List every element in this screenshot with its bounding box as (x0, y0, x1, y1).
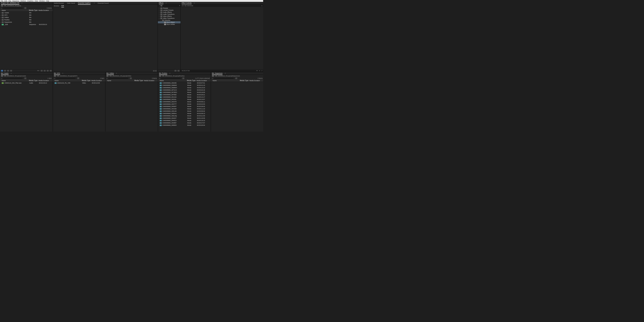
bin-search-input[interactable] (2, 77, 23, 79)
bin-row[interactable]: 20221219_R1_V08Video00:00:10:00 (53, 82, 105, 84)
project-row[interactable]: >SequencesBin (0, 21, 53, 23)
effects-tree-node[interactable]: ⌄Dissolve (158, 19, 180, 21)
search-icon[interactable] (41, 70, 43, 72)
bin-row[interactable]: ANW2110_002_Plan.wavAudio00:02:49:14 (0, 82, 53, 84)
col-media-type[interactable]: Media Type^ (82, 80, 92, 81)
bin-row[interactable]: CM0008969_00377TMovie00:00:24:03 (158, 103, 211, 105)
project-row[interactable]: _EditSequence06:03:50:10 (0, 23, 53, 26)
project-row[interactable]: >GFXBin (0, 14, 53, 16)
menu-window[interactable]: Window (39, 0, 45, 2)
subtab-edit[interactable]: Edit (61, 4, 64, 7)
new-bin-icon[interactable] (24, 7, 26, 9)
twisty-icon[interactable]: > (0, 21, 2, 23)
col-media-duration[interactable]: Media Duration (38, 80, 53, 81)
effects-tab[interactable]: Effects (159, 2, 164, 5)
col-media-type[interactable]: Media Type^ (134, 80, 144, 81)
panel-menu-icon[interactable]: ≡ (94, 2, 95, 4)
new-bin-icon[interactable] (77, 77, 79, 79)
menu-help[interactable]: Help (46, 0, 50, 2)
timeline-icon[interactable]: ⇥ (259, 70, 260, 72)
effects-tree-node[interactable]: ⌄Video Transitions (158, 17, 180, 19)
col-name[interactable]: Name (158, 80, 187, 81)
menu-clip[interactable]: Clip (8, 0, 12, 2)
twisty-icon[interactable]: › (158, 13, 160, 15)
bin-row[interactable]: CM0008969_00383TMovie00:00:28:02 (158, 105, 211, 108)
bin-row[interactable]: CM0008969_003478Movie00:00:06:11 (158, 101, 211, 103)
effects-tree-node[interactable]: ›Audio Effects (158, 11, 180, 13)
icon-view-icon[interactable] (4, 70, 6, 72)
bin-search-input[interactable] (56, 77, 76, 79)
bin-row[interactable]: CM0008969_005503Movie00:00:20:04 (158, 124, 211, 126)
bin-row[interactable]: CM0008969_00119AMovie00:00:14:17 (158, 96, 211, 98)
bin-row[interactable]: CM0008969_0066N0Movie00:00:41:13 (158, 84, 211, 87)
view-icon[interactable] (155, 70, 157, 72)
twisty-icon[interactable]: > (0, 19, 2, 21)
effects-tree-node[interactable]: ›Presets (158, 7, 180, 9)
bin-row[interactable]: CM0008969_0071CCMovie00:00:22:15 (158, 89, 211, 91)
panel-menu-icon[interactable]: ≡ (166, 2, 166, 4)
bin-search-input[interactable] (108, 77, 128, 79)
export-icon[interactable]: ↗ (261, 70, 262, 72)
tab-essential-sound[interactable]: Essential Sound (98, 2, 109, 4)
new-bin-icon[interactable] (235, 77, 237, 79)
col-media-duration[interactable]: Media Duration (92, 80, 105, 81)
menubar[interactable]: FileEditClipSequenceMarkersGraphicsViewW… (0, 0, 263, 2)
col-name[interactable]: Name (0, 9, 29, 11)
bin-row[interactable]: CM0008969_00584AMovie00:02:09:13 (158, 112, 211, 115)
list-view-icon[interactable] (1, 70, 3, 72)
effects-tree-node[interactable]: ›Video Effects (158, 15, 180, 17)
bin-row[interactable]: CM0008969_00613QMovie00:00:21:00 (158, 115, 211, 117)
bin-row[interactable]: CM0008969_004338Movie00:00:11:10 (158, 108, 211, 110)
panel-menu-icon[interactable]: ≡ (62, 73, 63, 74)
menu-markers[interactable]: Markers (20, 0, 26, 2)
menu-file[interactable]: File (0, 0, 4, 2)
twisty-icon[interactable]: ⌄ (160, 20, 162, 21)
panel-menu-icon[interactable]: ≡ (11, 73, 12, 74)
col-media-type[interactable]: Media Type^ (29, 80, 38, 81)
bin-row[interactable]: CM0008969_004027Movie00:01:15:05 (158, 117, 211, 119)
twisty-icon[interactable]: › (158, 9, 160, 11)
project-row[interactable]: >AssetsBin (0, 11, 53, 14)
bin-row[interactable]: CM0008969_007582Movie00:00:26:21 (158, 94, 211, 96)
col-media-duration[interactable]: Media Duration (144, 80, 158, 81)
col-media-type[interactable]: Media Type^ (187, 80, 197, 81)
clear-search-icon[interactable]: × (179, 5, 180, 6)
col-name[interactable]: Name (211, 80, 240, 81)
twisty-icon[interactable]: › (158, 15, 160, 17)
effects-tree-node[interactable]: ›Lumetri Presets (158, 9, 180, 11)
panel-menu-icon[interactable]: ≡ (170, 73, 170, 74)
project-tab[interactable]: Project: ME_20230619_SS (1, 2, 19, 5)
bin-row[interactable]: CM0008969_006489Movie00:00:07:01 (158, 82, 211, 84)
effects-tree-node[interactable]: Dip to White (158, 23, 180, 25)
project-row[interactable]: >OnlineBin (0, 16, 53, 19)
menu-sequence[interactable]: Sequence (12, 0, 20, 2)
twisty-icon[interactable]: > (0, 17, 2, 18)
bin-row[interactable]: CM0008969_00232LMovie00:00:13:07 (158, 98, 211, 101)
bin-row[interactable]: CM0008969_004614Movie00:00:19:13 (158, 119, 211, 122)
col-name[interactable]: Name (106, 80, 134, 81)
panel-menu-icon[interactable]: ≡ (194, 2, 195, 4)
twisty-icon[interactable]: › (158, 11, 160, 13)
tab-media-browser[interactable]: Media Browser (54, 2, 64, 4)
delete-icon[interactable] (50, 70, 52, 72)
col-name[interactable]: Name (0, 80, 29, 81)
new-bin-icon[interactable] (24, 77, 26, 79)
bin-tab[interactable]: Bin: GFX (54, 72, 60, 75)
twisty-icon[interactable]: > (0, 12, 2, 13)
twisty-icon[interactable]: ⌄ (158, 18, 160, 19)
panel-menu-icon[interactable]: ≡ (116, 73, 117, 74)
col-media-duration[interactable]: Media Duration (38, 9, 53, 11)
bin-tab[interactable]: Bin: Assets (1, 72, 8, 75)
bin-row[interactable]: CM0008969_00514KMovie00:00:05:02 (158, 110, 211, 112)
bin-search-input[interactable] (214, 77, 234, 79)
col-media-duration[interactable]: Media Duration (197, 80, 211, 81)
project-row[interactable]: >RushesBin (0, 19, 53, 21)
twisty-icon[interactable]: > (0, 14, 2, 16)
bin-search-input[interactable] (160, 77, 181, 79)
new-bin-icon[interactable] (130, 77, 132, 79)
effects-tree-node[interactable]: ›Audio Transitions (158, 13, 180, 15)
col-media-type[interactable]: Media Type^ (240, 80, 250, 81)
delete-icon[interactable] (178, 70, 180, 72)
zoom-slider[interactable] (10, 70, 12, 72)
filter-icon[interactable]: ▼ (256, 70, 258, 72)
